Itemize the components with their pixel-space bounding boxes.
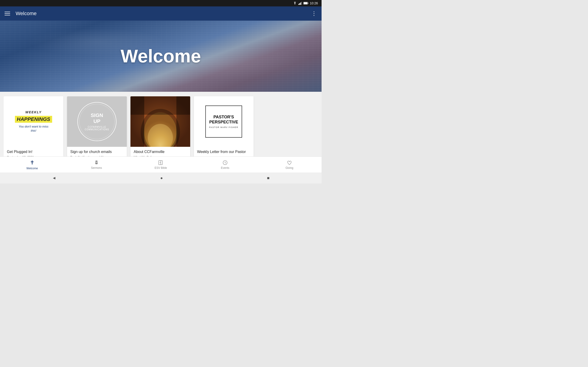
signup-sub: CCFARMVILLECOMMUNICATIONS — [85, 126, 109, 131]
svg-rect-1 — [299, 3, 300, 5]
giving-label: Giving — [285, 166, 293, 169]
card1-background: WEEKLY HAPPENINGS You don't want to miss… — [4, 96, 63, 147]
pastors-name: PASTOR MARV FISHER — [209, 126, 238, 128]
welcome-icon: ✝ — [30, 159, 35, 166]
card-about[interactable]: About CCFarmville What We Believe — [130, 96, 190, 161]
home-button[interactable]: ● — [160, 176, 163, 181]
card3-title: About CCFarmville — [134, 150, 187, 154]
bottom-nav: ✝ Welcome Sermons ESV Bible Events Givin… — [0, 156, 321, 173]
card1-image: WEEKLY HAPPENINGS You don't want to miss… — [4, 96, 63, 147]
content-area: WEEKLY HAPPENINGS You don't want to miss… — [0, 92, 321, 163]
svg-rect-5 — [304, 2, 307, 4]
nav-item-welcome[interactable]: ✝ Welcome — [0, 159, 64, 170]
svg-rect-2 — [300, 2, 301, 5]
svg-rect-3 — [301, 2, 302, 5]
svg-rect-6 — [308, 3, 308, 4]
nav-item-giving[interactable]: Giving — [257, 160, 321, 169]
android-nav-bar: ◄ ● ■ — [0, 173, 321, 184]
card4-image: PASTOR'SPERSPECTIVE PASTOR MARV FISHER — [194, 96, 254, 147]
app-bar-title: Welcome — [16, 10, 36, 17]
signup-circle: SIGNUP CCFARMVILLECOMMUNICATIONS — [78, 102, 116, 141]
events-label: Events — [221, 166, 229, 169]
more-options-button[interactable]: ⋮ — [311, 10, 317, 17]
pastors-box: PASTOR'SPERSPECTIVE PASTOR MARV FISHER — [205, 106, 242, 138]
app-bar-left: Welcome — [5, 10, 36, 17]
back-button[interactable]: ◄ — [52, 176, 56, 181]
card-pastor[interactable]: PASTOR'SPERSPECTIVE PASTOR MARV FISHER W… — [194, 96, 254, 161]
happenings-label: HAPPENINGS — [15, 116, 52, 123]
hero-title: Welcome — [121, 46, 201, 67]
app-bar: Welcome ⋮ — [0, 6, 321, 21]
card-signup[interactable]: SIGNUP CCFARMVILLECOMMUNICATIONS Sign up… — [67, 96, 127, 161]
wifi-icon — [293, 2, 297, 5]
card3-image — [130, 96, 190, 147]
card1-title: Get Plugged In! — [7, 150, 60, 154]
status-bar: 10:26 — [0, 0, 321, 6]
signal-icon — [298, 2, 302, 5]
svg-rect-0 — [298, 4, 299, 5]
sermons-label: Sermons — [91, 166, 102, 169]
weekly-label: WEEKLY — [26, 110, 42, 114]
status-time: 10:26 — [310, 1, 318, 5]
giving-icon — [287, 160, 292, 165]
events-icon — [222, 160, 228, 165]
bible-icon — [158, 160, 164, 165]
card-get-plugged-in[interactable]: WEEKLY HAPPENINGS You don't want to miss… — [4, 96, 63, 161]
welcome-label: Welcome — [26, 167, 38, 170]
cards-grid: WEEKLY HAPPENINGS You don't want to miss… — [4, 96, 318, 163]
sermons-icon — [94, 160, 99, 165]
esv-bible-label: ESV Bible — [155, 166, 167, 169]
dont-miss-text: You don't want to missthis! — [19, 125, 48, 133]
card4-background: PASTOR'SPERSPECTIVE PASTOR MARV FISHER — [194, 96, 254, 147]
menu-button[interactable] — [5, 12, 10, 15]
nav-item-esv-bible[interactable]: ESV Bible — [129, 160, 193, 169]
card2-title: Sign up for church emails — [70, 150, 124, 154]
hero-banner: Welcome — [0, 21, 321, 92]
card4-info: Weekly Letter from our Pastor — [194, 147, 254, 157]
nav-item-sermons[interactable]: Sermons — [64, 160, 129, 169]
signup-text: SIGNUP — [91, 112, 103, 125]
pastors-title: PASTOR'SPERSPECTIVE — [209, 115, 238, 125]
card2-background: SIGNUP CCFARMVILLECOMMUNICATIONS — [67, 96, 127, 147]
recent-apps-button[interactable]: ■ — [267, 176, 269, 181]
card2-image: SIGNUP CCFARMVILLECOMMUNICATIONS — [67, 96, 127, 147]
card3-background — [130, 96, 190, 147]
nav-item-events[interactable]: Events — [193, 160, 257, 169]
status-icons: 10:26 — [293, 1, 318, 5]
svg-rect-11 — [159, 161, 162, 165]
card4-title: Weekly Letter from our Pastor — [197, 150, 250, 154]
battery-icon — [303, 2, 309, 5]
cave-svg — [130, 96, 190, 147]
